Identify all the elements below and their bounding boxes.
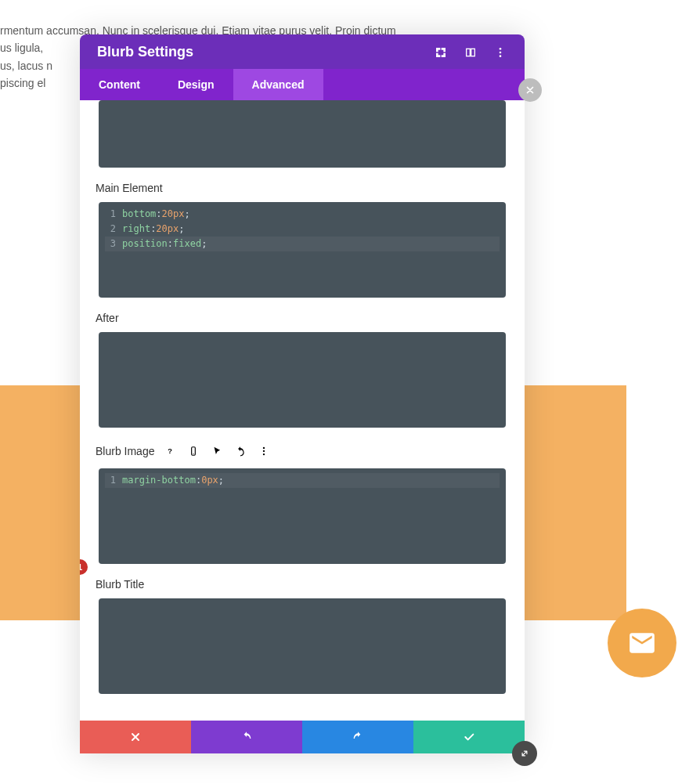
- expand-icon: [435, 46, 447, 59]
- section-label-blurb-image: Blurb Image ?: [96, 431, 506, 468]
- svg-point-7: [193, 453, 194, 454]
- modal-body: 1 Main Element 1bottom: 20px; 2right: 20…: [80, 100, 525, 721]
- resize-icon: [519, 748, 530, 759]
- more-vertical-icon: [494, 46, 507, 59]
- check-icon: [463, 731, 475, 743]
- svg-rect-0: [467, 49, 471, 56]
- section-label-main-element: Main Element: [96, 171, 506, 202]
- close-icon: [525, 85, 536, 96]
- svg-point-9: [263, 450, 265, 452]
- more-vertical-icon: [258, 446, 269, 457]
- close-button[interactable]: [518, 78, 542, 102]
- code-editor-before[interactable]: [99, 100, 506, 168]
- settings-modal: Blurb Settings Content Design Advanced 1…: [80, 34, 525, 753]
- redo-button[interactable]: [302, 721, 413, 753]
- tab-advanced[interactable]: Advanced: [233, 69, 323, 100]
- modal-footer: [80, 721, 525, 753]
- close-icon: [129, 731, 142, 743]
- svg-point-3: [500, 51, 502, 53]
- envelope-icon: [627, 628, 657, 658]
- mobile-icon: [188, 446, 199, 457]
- code-editor-blurb-image[interactable]: 1margin-bottom: 0px;: [99, 468, 506, 564]
- svg-point-8: [263, 447, 265, 449]
- section-label-after: After: [96, 301, 506, 332]
- cursor-icon: [211, 446, 222, 457]
- save-button[interactable]: [413, 721, 525, 753]
- undo-button[interactable]: [191, 721, 302, 753]
- options-button[interactable]: [254, 442, 273, 461]
- modal-header: Blurb Settings: [80, 34, 525, 69]
- svg-point-4: [500, 55, 502, 57]
- help-icon: ?: [164, 446, 175, 457]
- reset-button[interactable]: [231, 442, 250, 461]
- tab-content[interactable]: Content: [80, 69, 159, 100]
- svg-point-2: [500, 48, 502, 50]
- svg-rect-1: [471, 49, 475, 56]
- svg-point-10: [263, 453, 265, 455]
- columns-icon: [464, 46, 477, 59]
- modal-title: Blurb Settings: [97, 44, 193, 60]
- code-editor-blurb-title[interactable]: [99, 598, 506, 694]
- undo-icon: [235, 446, 246, 457]
- undo-icon: [240, 731, 253, 743]
- svg-text:?: ?: [168, 447, 173, 455]
- section-label-blurb-title: Blurb Title: [96, 567, 506, 598]
- code-editor-after[interactable]: [99, 332, 506, 428]
- tabs: Content Design Advanced: [80, 69, 525, 100]
- redo-icon: [352, 731, 364, 743]
- hover-button[interactable]: [207, 442, 226, 461]
- resize-handle[interactable]: [512, 741, 537, 766]
- more-button[interactable]: [493, 45, 507, 60]
- tab-design[interactable]: Design: [159, 69, 233, 100]
- responsive-button[interactable]: [184, 442, 203, 461]
- expand-button[interactable]: [434, 45, 448, 60]
- help-button[interactable]: ?: [161, 442, 179, 461]
- code-editor-main-element[interactable]: 1bottom: 20px; 2right: 20px; 3position: …: [99, 202, 506, 298]
- chat-fab[interactable]: [608, 609, 676, 677]
- columns-button[interactable]: [464, 45, 478, 60]
- cancel-button[interactable]: [80, 721, 191, 753]
